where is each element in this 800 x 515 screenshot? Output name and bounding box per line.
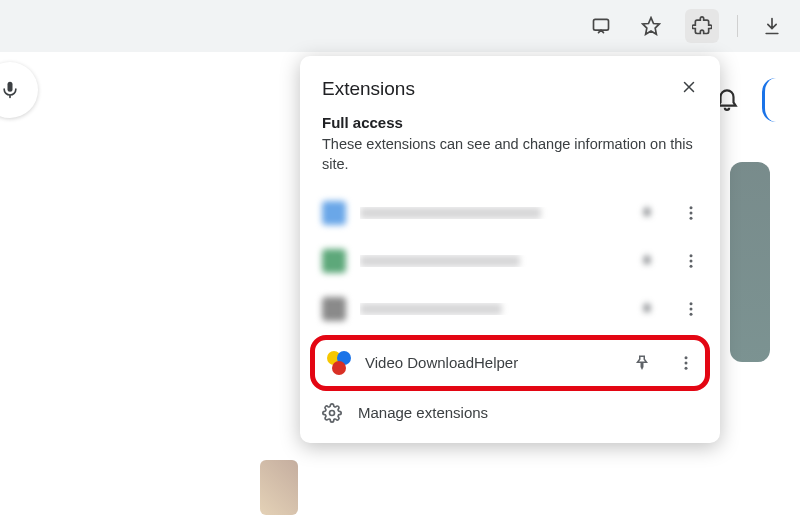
section-description: These extensions can see and change info… xyxy=(300,131,720,189)
pin-icon[interactable] xyxy=(632,294,662,324)
svg-point-5 xyxy=(690,254,693,257)
avatar[interactable] xyxy=(762,78,776,122)
extension-icon xyxy=(322,249,346,273)
pin-icon[interactable] xyxy=(627,348,657,378)
svg-point-11 xyxy=(685,356,688,359)
svg-point-6 xyxy=(690,259,693,262)
manage-extensions-label: Manage extensions xyxy=(358,404,488,421)
cast-icon[interactable] xyxy=(585,10,617,42)
more-icon[interactable] xyxy=(676,294,706,324)
svg-point-2 xyxy=(690,206,693,209)
pin-icon[interactable] xyxy=(632,198,662,228)
manage-extensions-link[interactable]: Manage extensions xyxy=(300,393,720,437)
extension-icon xyxy=(322,297,346,321)
popup-title: Extensions xyxy=(322,78,415,100)
svg-point-12 xyxy=(685,361,688,364)
extension-row-video-downloadhelper[interactable]: Video DownloadHelper xyxy=(310,335,710,391)
extensions-icon[interactable] xyxy=(685,9,719,43)
close-icon xyxy=(680,78,698,96)
extension-row[interactable] xyxy=(300,237,720,285)
svg-point-9 xyxy=(690,307,693,310)
close-button[interactable] xyxy=(680,78,698,100)
extensions-list: Video DownloadHelper xyxy=(300,189,720,391)
browser-toolbar xyxy=(0,0,800,52)
more-icon[interactable] xyxy=(676,198,706,228)
extensions-popup: Extensions Full access These extensions … xyxy=(300,56,720,443)
svg-marker-1 xyxy=(643,18,660,35)
extension-name xyxy=(360,255,618,267)
extension-name xyxy=(360,207,618,219)
svg-point-4 xyxy=(690,216,693,219)
mic-icon xyxy=(0,80,20,100)
toolbar-separator xyxy=(737,15,738,37)
background-thumbnail xyxy=(260,460,298,515)
gear-icon xyxy=(322,403,342,423)
extension-icon xyxy=(322,201,346,225)
svg-point-10 xyxy=(690,312,693,315)
extension-row[interactable] xyxy=(300,285,720,333)
download-icon[interactable] xyxy=(756,10,788,42)
svg-point-13 xyxy=(685,366,688,369)
pin-icon[interactable] xyxy=(632,246,662,276)
svg-point-14 xyxy=(330,410,335,415)
svg-rect-0 xyxy=(594,19,609,30)
section-heading: Full access xyxy=(300,114,720,131)
extension-name xyxy=(360,303,618,315)
more-icon[interactable] xyxy=(671,348,701,378)
extension-row[interactable] xyxy=(300,189,720,237)
video-downloadhelper-icon xyxy=(327,351,351,375)
more-icon[interactable] xyxy=(676,246,706,276)
background-thumbnail xyxy=(730,162,770,362)
extension-name: Video DownloadHelper xyxy=(365,354,613,371)
svg-point-8 xyxy=(690,302,693,305)
svg-point-7 xyxy=(690,264,693,267)
page-header-icons xyxy=(714,78,776,122)
svg-point-3 xyxy=(690,211,693,214)
star-icon[interactable] xyxy=(635,10,667,42)
